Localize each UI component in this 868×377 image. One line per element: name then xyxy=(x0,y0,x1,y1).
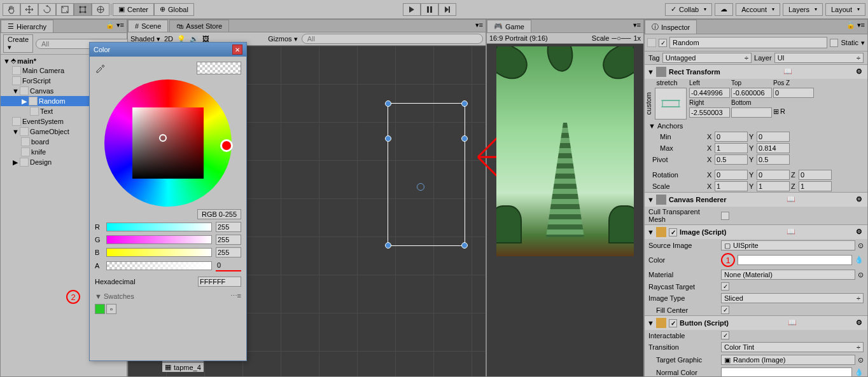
close-button[interactable]: ✕ xyxy=(232,45,242,55)
lock-icon[interactable]: 🔒 ▾≡ xyxy=(844,20,867,34)
interactable-checkbox[interactable] xyxy=(721,331,729,339)
rect-tool[interactable] xyxy=(74,3,92,16)
object-picker-icon[interactable]: ⊙ xyxy=(858,242,864,250)
transform-tool[interactable] xyxy=(92,3,109,16)
anchor-min-x[interactable] xyxy=(715,132,748,142)
move-tool[interactable] xyxy=(20,3,38,16)
sv-square[interactable] xyxy=(132,107,204,179)
gizmos-dropdown[interactable]: Gizmos ▾ xyxy=(268,35,297,43)
component-gear-icon[interactable]: ⚙ xyxy=(856,195,865,204)
object-picker-icon[interactable]: ⊙ xyxy=(858,356,864,364)
component-help-icon[interactable]: 📖 xyxy=(787,195,795,204)
pivot-button[interactable]: ▣Center xyxy=(113,3,154,16)
cull-checkbox[interactable] xyxy=(721,212,729,220)
cloud-button[interactable]: ☁ xyxy=(715,3,733,16)
rotate-tool[interactable] xyxy=(38,3,56,16)
component-gear-icon[interactable]: ⚙ xyxy=(856,319,865,327)
hierarchy-tab[interactable]: ☰Hierarchy xyxy=(1,20,53,32)
posz-field[interactable] xyxy=(773,88,814,98)
rect-transform-gizmo[interactable] xyxy=(388,103,465,246)
active-checkbox[interactable] xyxy=(659,39,667,47)
rot-z[interactable] xyxy=(799,170,832,180)
scene-tab[interactable]: #Scene xyxy=(128,20,168,32)
aspect-dropdown[interactable]: 16:9 Portrait (9:16) xyxy=(489,34,548,42)
source-image-field[interactable]: ▢UISprite xyxy=(721,240,855,250)
hand-tool[interactable] xyxy=(3,3,20,16)
layer-dropdown[interactable]: UI÷ xyxy=(774,53,864,63)
scale-z[interactable] xyxy=(799,181,832,191)
target-graphic-field[interactable]: ▣Random (Image) xyxy=(721,355,855,365)
eyedropper-icon[interactable]: 💧 xyxy=(855,368,864,377)
game-tab[interactable]: 🎮Game xyxy=(487,20,531,32)
hue-cursor[interactable] xyxy=(220,139,233,152)
image-type-dropdown[interactable]: Sliced÷ xyxy=(721,293,864,303)
color-wheel[interactable] xyxy=(104,79,232,207)
step-button[interactable] xyxy=(438,3,456,16)
panel-menu-icon[interactable]: ▾≡ xyxy=(631,20,643,32)
pause-button[interactable] xyxy=(421,3,438,16)
a-slider[interactable] xyxy=(106,261,212,270)
account-dropdown[interactable]: Account xyxy=(736,3,780,16)
r-slider[interactable] xyxy=(106,223,212,231)
hex-field[interactable] xyxy=(198,277,241,287)
button-enabled[interactable] xyxy=(669,319,677,327)
eyedropper-tool[interactable] xyxy=(95,62,106,73)
scale-x[interactable] xyxy=(715,181,748,191)
normal-color-field[interactable] xyxy=(721,367,852,377)
right-field[interactable] xyxy=(689,107,730,118)
sv-cursor[interactable] xyxy=(159,134,167,142)
component-help-icon[interactable]: 📖 xyxy=(788,319,797,327)
a-field[interactable] xyxy=(216,260,241,270)
static-checkbox[interactable] xyxy=(830,39,838,47)
material-field[interactable]: None (Material) xyxy=(721,270,855,280)
pivot-y[interactable] xyxy=(757,154,790,165)
asset-store-tab[interactable]: 🛍Asset Store xyxy=(169,20,229,32)
bottom-field[interactable] xyxy=(731,107,772,118)
swatch-menu-icon[interactable]: ⋯≡ xyxy=(230,292,241,300)
play-button[interactable] xyxy=(403,3,421,16)
space-button[interactable]: ⊕Global xyxy=(154,3,194,16)
collab-dropdown[interactable]: ✓Collab xyxy=(665,3,712,16)
scale-slider[interactable]: ─○── xyxy=(612,34,631,42)
layers-dropdown[interactable]: Layers xyxy=(783,3,823,16)
project-item[interactable]: ▦tapme_4 xyxy=(162,362,204,372)
name-field[interactable] xyxy=(669,37,827,48)
g-field[interactable] xyxy=(216,235,241,245)
rgb-mode-dropdown[interactable]: RGB 0-255 xyxy=(197,209,241,219)
object-picker-icon[interactable]: ⊙ xyxy=(858,271,864,279)
anchor-preset[interactable] xyxy=(655,88,687,120)
g-slider[interactable] xyxy=(106,235,212,244)
anchor-max-x[interactable] xyxy=(715,143,748,153)
raw-toggle[interactable]: R xyxy=(780,107,785,118)
left-field[interactable] xyxy=(689,88,730,98)
scene-search[interactable] xyxy=(302,34,483,44)
transition-dropdown[interactable]: Color Tint÷ xyxy=(721,342,864,352)
lock-icon[interactable]: 🔒 ▾≡ xyxy=(103,20,127,32)
scale-tool[interactable] xyxy=(56,3,74,16)
pivot-x[interactable] xyxy=(715,154,748,165)
add-swatch[interactable]: ▫ xyxy=(106,304,116,314)
anchor-min-y[interactable] xyxy=(757,132,790,142)
color-window-titlebar[interactable]: Color✕ xyxy=(90,43,246,57)
fill-center-checkbox[interactable] xyxy=(721,306,729,314)
component-help-icon[interactable]: 📖 xyxy=(783,67,792,76)
color-field[interactable] xyxy=(738,255,852,265)
top-field[interactable] xyxy=(731,88,772,98)
rot-x[interactable] xyxy=(715,170,748,180)
rot-y[interactable] xyxy=(757,170,790,180)
b-field[interactable] xyxy=(216,247,241,257)
raycast-checkbox[interactable] xyxy=(721,282,729,291)
layout-dropdown[interactable]: Layout xyxy=(825,3,865,16)
scale-y[interactable] xyxy=(757,181,790,191)
swatch-item[interactable] xyxy=(95,304,105,314)
image-enabled[interactable] xyxy=(669,228,677,236)
inspector-tab[interactable]: ⓘInspector xyxy=(645,20,697,34)
panel-menu-icon[interactable]: ▾≡ xyxy=(473,20,486,32)
component-gear-icon[interactable]: ⚙ xyxy=(856,228,865,236)
component-help-icon[interactable]: 📖 xyxy=(787,228,795,236)
b-slider[interactable] xyxy=(106,248,212,257)
blueprint-toggle[interactable]: ⊞ xyxy=(773,107,779,118)
component-gear-icon[interactable]: ⚙ xyxy=(856,67,865,76)
tag-dropdown[interactable]: Untagged÷ xyxy=(662,53,752,63)
eyedropper-icon[interactable]: 💧 xyxy=(855,256,864,264)
